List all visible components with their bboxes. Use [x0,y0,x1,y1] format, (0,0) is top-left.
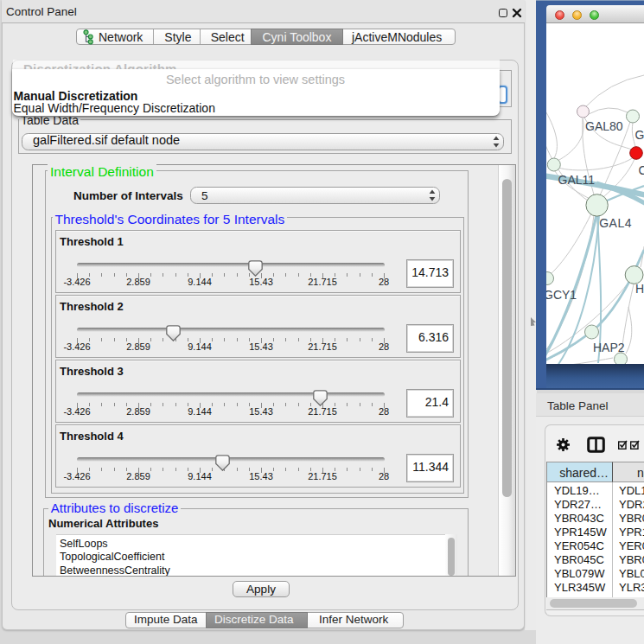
svg-text:H: H [635,282,644,296]
svg-text:HAP2: HAP2 [593,341,625,354]
svg-text:GA: GA [635,128,644,142]
svg-text:C: C [639,163,644,177]
svg-text:GAL80: GAL80 [585,119,623,133]
svg-text:GCY1: GCY1 [546,288,577,302]
svg-text:GAL4: GAL4 [599,216,632,230]
svg-text:GAL11: GAL11 [558,173,596,187]
